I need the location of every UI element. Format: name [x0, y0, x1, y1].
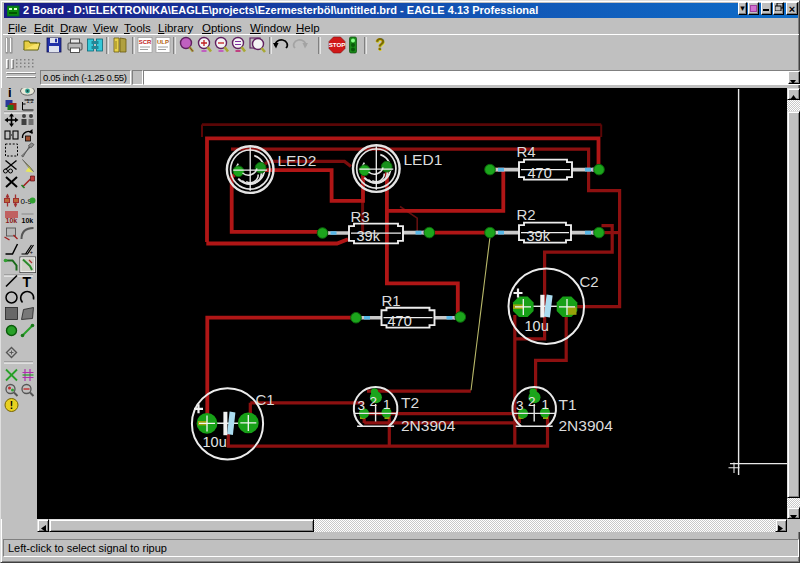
- svg-text:39k: 39k: [527, 228, 551, 244]
- svg-text:T: T: [23, 274, 32, 290]
- svg-text:10u: 10u: [203, 434, 227, 450]
- svg-text:C2: C2: [580, 273, 599, 290]
- svg-text:1: 1: [542, 397, 550, 412]
- svg-text:R4: R4: [517, 143, 536, 160]
- svg-text:1,2: 1,2: [27, 98, 34, 104]
- svg-text:LED2: LED2: [278, 152, 317, 169]
- svg-text:R3: R3: [351, 208, 370, 225]
- svg-text:!: !: [10, 400, 13, 411]
- svg-text:SCR: SCR: [139, 39, 152, 45]
- svg-text:?: ?: [375, 36, 385, 53]
- svg-text:2N3904: 2N3904: [401, 417, 456, 434]
- svg-text:R2: R2: [517, 206, 536, 223]
- svg-text:ULP: ULP: [157, 39, 169, 45]
- svg-text:10u: 10u: [525, 318, 549, 334]
- svg-text:R1: R1: [382, 292, 401, 309]
- svg-text:C1: C1: [256, 391, 275, 408]
- svg-text:+: +: [30, 249, 34, 255]
- svg-text:3: 3: [358, 398, 366, 413]
- svg-text:T2: T2: [401, 394, 419, 411]
- svg-text:10k: 10k: [22, 217, 34, 224]
- svg-text:10k: 10k: [6, 217, 18, 224]
- svg-text:470: 470: [388, 313, 412, 329]
- svg-text:1: 1: [383, 397, 391, 412]
- svg-text:470: 470: [528, 165, 552, 181]
- svg-text:2: 2: [370, 394, 378, 409]
- svg-text:i: i: [8, 88, 12, 100]
- svg-text:2N3904: 2N3904: [559, 417, 614, 434]
- svg-text:3: 3: [516, 398, 524, 413]
- svg-text:T1: T1: [559, 396, 577, 413]
- svg-text:2: 2: [528, 394, 536, 409]
- svg-text:LED1: LED1: [404, 151, 443, 168]
- svg-text:STOP: STOP: [329, 41, 346, 48]
- svg-text:39k: 39k: [357, 228, 381, 244]
